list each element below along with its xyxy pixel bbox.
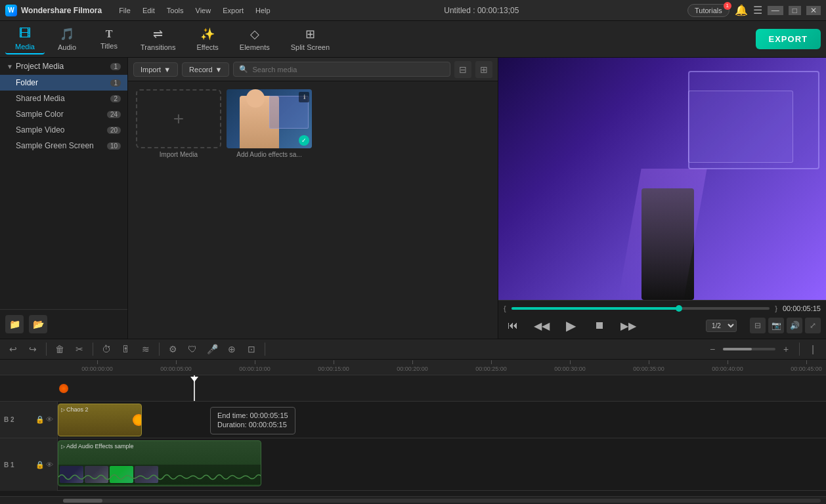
audio-mix-button[interactable]: 🎚 xyxy=(118,341,134,357)
minimize-button[interactable]: — xyxy=(768,6,783,15)
preview-background xyxy=(498,58,826,300)
folder-count: 1 xyxy=(110,79,121,87)
tool-elements[interactable]: ◇ Elements xyxy=(230,24,279,54)
fullscreen-icon: ⤢ xyxy=(810,321,816,330)
zoom-track[interactable] xyxy=(723,348,775,350)
undo-button[interactable]: ↩ xyxy=(5,341,21,357)
duration-button[interactable]: ⏱ xyxy=(98,341,114,357)
progress-track[interactable] xyxy=(511,307,770,310)
tool-titles[interactable]: T Titles xyxy=(89,26,129,52)
step-back-button[interactable]: ⏮ xyxy=(504,316,522,335)
track-v2-lock-icon[interactable]: 🔒 xyxy=(35,415,45,424)
progress-thumb[interactable] xyxy=(676,305,682,312)
voiceover-button[interactable]: 🎤 xyxy=(204,341,220,357)
speed-button[interactable]: ≋ xyxy=(138,341,154,357)
frame-fwd-button[interactable]: ▶▶ xyxy=(619,316,638,335)
protect-button[interactable]: 🛡 xyxy=(185,341,200,357)
sidebar-item-folder[interactable]: Folder 1 xyxy=(0,75,127,91)
notification-icon[interactable]: 🔔 xyxy=(735,4,748,16)
play-button[interactable]: ▶ xyxy=(561,316,580,335)
thumb-info-icon: ℹ xyxy=(299,92,309,102)
track-v2-eye-icon[interactable]: 👁 xyxy=(46,415,53,424)
toolbar-separator-4 xyxy=(265,343,265,356)
volume-button[interactable]: 🔊 xyxy=(787,318,802,333)
import-dropdown[interactable]: Import ▼ xyxy=(133,62,178,77)
import-media-box[interactable]: + xyxy=(136,89,221,148)
preview-to-timeline-button[interactable]: ⊟ xyxy=(750,318,766,333)
clip-tooltip: End time: 00:00:05:15 Duration: 00:00:05… xyxy=(210,407,295,434)
sample-color-label: Sample Color xyxy=(16,110,64,119)
shared-media-count: 2 xyxy=(110,95,121,102)
horizontal-scroll-track[interactable] xyxy=(63,499,821,503)
sidebar-item-shared-media[interactable]: Shared Media 2 xyxy=(0,91,127,106)
snapshot-button[interactable]: 📷 xyxy=(768,318,784,333)
ruler-mark-3: 00:00:15:00 xyxy=(294,360,373,372)
ai-portrait-button[interactable]: ⊡ xyxy=(244,341,259,357)
tool-audio[interactable]: 🎵 Audio xyxy=(47,24,87,54)
right-toolbar-icon[interactable]: | xyxy=(805,341,821,357)
project-media-header[interactable]: ▼ Project Media 1 xyxy=(0,58,127,75)
add-folder-button[interactable]: 📂 xyxy=(29,315,47,333)
search-input[interactable] xyxy=(252,66,445,74)
sidebar-item-sample-green[interactable]: Sample Green Screen 10 xyxy=(0,138,127,154)
filter-icon-button[interactable]: ⊟ xyxy=(454,61,471,78)
track-v2-content[interactable]: ▷ Chaos 2 End time: 00:00:05:15 Duration… xyxy=(58,402,826,438)
clip-v1-video-icon: ▷ xyxy=(61,444,65,450)
audio-mix-icon: 🎚 xyxy=(121,344,131,354)
ruler-tick-9 xyxy=(806,360,807,364)
tool-split-screen[interactable]: ⊞ Split Screen xyxy=(282,24,339,54)
menu-help[interactable]: Help xyxy=(250,5,276,16)
tutorials-button[interactable]: Tutorials 1 xyxy=(687,4,729,17)
media-grid: + Import Media ℹ ✓ Add Audio effects sa.… xyxy=(128,81,498,339)
search-box[interactable]: 🔍 xyxy=(233,62,450,77)
sidebar-item-sample-video[interactable]: Sample Video 20 xyxy=(0,122,127,138)
filter-icon: ⊟ xyxy=(459,64,467,75)
delete-icon: 🗑 xyxy=(55,344,64,354)
zoom-out-button[interactable]: − xyxy=(705,341,720,357)
import-label: Import xyxy=(141,66,161,74)
cut-button[interactable]: ✂ xyxy=(72,341,87,357)
track-v1-content[interactable]: ▷ Add Audio Effects sample xyxy=(58,438,826,491)
clip-v2-chaos[interactable]: ▷ Chaos 2 xyxy=(58,404,142,436)
menu-edit[interactable]: Edit xyxy=(137,5,160,16)
ruler-tick-1 xyxy=(176,360,177,364)
track-v1-eye-icon[interactable]: 👁 xyxy=(46,461,53,469)
delete-button[interactable]: 🗑 xyxy=(52,341,68,357)
tool-effects-label: Effects xyxy=(196,43,218,51)
bracket-left: { xyxy=(504,304,506,312)
media-thumb-1[interactable]: ℹ ✓ xyxy=(227,89,312,148)
hamburger-icon[interactable]: ☰ xyxy=(753,4,762,16)
tooltip-end-time: End time: 00:00:05:15 xyxy=(217,411,288,419)
settings-button[interactable]: ⚙ xyxy=(165,341,181,357)
zoom-in-button[interactable]: + xyxy=(778,341,794,357)
maximize-button[interactable]: □ xyxy=(789,6,801,15)
menu-view[interactable]: View xyxy=(190,5,217,16)
fullscreen-button[interactable]: ⤢ xyxy=(805,318,821,333)
menu-file[interactable]: File xyxy=(114,5,136,16)
horizontal-scroll-thumb[interactable] xyxy=(63,499,102,503)
tool-transitions[interactable]: ⇌ Transitions xyxy=(131,24,185,54)
import-arrow-icon: ▼ xyxy=(163,66,171,74)
export-button[interactable]: EXPORT xyxy=(756,29,821,49)
clip-v2-label: ▷ Chaos 2 xyxy=(61,406,89,413)
cut-icon: ✂ xyxy=(76,344,83,354)
menu-tools[interactable]: Tools xyxy=(162,5,189,16)
grid-view-button[interactable]: ⊞ xyxy=(475,61,492,78)
sample-video-label: Sample Video xyxy=(16,125,65,135)
close-button[interactable]: ✕ xyxy=(806,6,821,15)
clip-v1-audio-effects[interactable]: ▷ Add Audio Effects sample xyxy=(58,440,261,486)
tool-media[interactable]: 🎞 Media xyxy=(5,24,45,54)
motion-track-button[interactable]: ⊕ xyxy=(224,341,240,357)
new-folder-button[interactable]: 📁 xyxy=(5,315,24,333)
frame-back-button[interactable]: ◀◀ xyxy=(533,316,551,335)
tool-effects[interactable]: ✨ Effects xyxy=(187,24,227,54)
sidebar-item-sample-color[interactable]: Sample Color 24 xyxy=(0,106,127,122)
tree-expand-arrow: ▼ xyxy=(7,63,13,70)
quality-select[interactable]: 1/2 Full 1/4 xyxy=(706,320,737,332)
stop-button[interactable]: ⏹ xyxy=(590,316,609,335)
sample-video-count: 20 xyxy=(107,127,121,134)
track-v1-lock-icon[interactable]: 🔒 xyxy=(35,461,45,469)
redo-button[interactable]: ↪ xyxy=(25,341,41,357)
menu-export[interactable]: Export xyxy=(217,5,249,16)
record-dropdown[interactable]: Record ▼ xyxy=(182,62,229,77)
